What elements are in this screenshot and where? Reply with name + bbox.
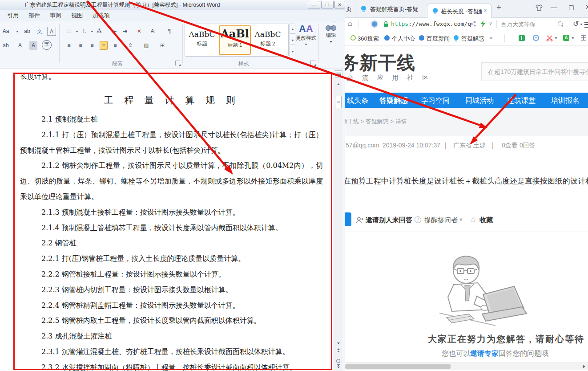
- word-tab-mailings[interactable]: 邮件: [28, 12, 40, 20]
- invite-expert-link[interactable]: 邀请专家: [470, 350, 499, 357]
- enclosed-char-icon[interactable]: 字: [42, 40, 52, 50]
- site-status-icon[interactable]: [372, 21, 377, 27]
- word-tab-references[interactable]: 引用: [7, 12, 19, 20]
- nav-city-events[interactable]: 同城活动: [465, 96, 494, 106]
- word-document-canvas[interactable]: 长度计算。 工 程 量 计 算 规 则 2.1 预制混凝土桩 2.1.1 打（压…: [0, 69, 334, 371]
- screenshot-scissors-icon[interactable]: [546, 35, 553, 41]
- word-tab-view[interactable]: 视图: [71, 12, 83, 20]
- highlight-icon[interactable]: ab: [2, 41, 10, 50]
- region-tag[interactable]: 广东省: [453, 142, 472, 150]
- category-tag[interactable]: 土建: [473, 142, 486, 150]
- asian-layout-icon[interactable]: ✕: [135, 27, 143, 36]
- search-promo-text[interactable]: 百万大奖等你: [501, 20, 536, 29]
- horizontal-scrollbar[interactable]: [345, 363, 588, 370]
- shading-icon[interactable]: ▨: [142, 41, 150, 50]
- style-heading1-selected[interactable]: AaBl 标题 1: [219, 25, 251, 55]
- undo-icon[interactable]: ↺: [573, 20, 579, 28]
- change-case-dropdown-icon[interactable]: [13, 27, 21, 36]
- numbering-icon[interactable]: ⒈: [80, 27, 88, 36]
- url-text[interactable]: https://www.fwxgx.com/q: [391, 20, 471, 27]
- fav-item-360search[interactable]: 360搜索: [358, 35, 379, 43]
- char-shading-icon[interactable]: A: [29, 41, 37, 50]
- distribute-icon[interactable]: ≡: [111, 41, 119, 50]
- favorite-button[interactable]: 收藏: [479, 216, 493, 224]
- tab-close-icon[interactable]: ×: [483, 7, 487, 14]
- site-search-input[interactable]: 在超170万建筑日常工作问答中搜寻你的答案: [481, 62, 588, 81]
- reading-mode-icon[interactable]: [519, 35, 525, 41]
- fav-more-icon[interactable]: »: [489, 34, 492, 41]
- select-browse-object-icon[interactable]: [335, 357, 342, 363]
- url-chevron-icon[interactable]: ∨: [489, 20, 492, 26]
- fav-item-qa[interactable]: 答疑解惑: [461, 35, 484, 43]
- font-size-icon[interactable]: Aa: [2, 27, 10, 36]
- change-styles-button[interactable]: AA 更改样式: [294, 23, 318, 61]
- fav-item-baidu-news[interactable]: 百度新闻: [427, 35, 450, 43]
- scroll-down-icon[interactable]: [335, 339, 342, 346]
- nav-courses[interactable]: 建筑课堂: [507, 96, 536, 106]
- word-restore-button[interactable]: ❐: [321, 1, 334, 8]
- styles-dialog-launcher-icon[interactable]: [310, 61, 315, 65]
- adblock-icon[interactable]: [533, 35, 539, 41]
- font-color-icon[interactable]: A: [16, 41, 24, 50]
- sort-icon[interactable]: A↓: [149, 27, 157, 36]
- menu-icon[interactable]: [584, 22, 588, 28]
- remind-chevron-icon[interactable]: ∨: [459, 216, 463, 222]
- favorite-star-icon[interactable]: ☆: [470, 215, 476, 224]
- skin-shirt-icon[interactable]: [536, 4, 543, 11]
- line-spacing-icon[interactable]: ⇕: [126, 41, 134, 50]
- align-center-icon[interactable]: ≡: [77, 41, 85, 50]
- nav-training[interactable]: 培训报名: [551, 96, 580, 106]
- nav-learning[interactable]: 学习空间: [421, 96, 450, 106]
- multilevel-list-icon[interactable]: ⁂: [95, 27, 103, 36]
- word-tab-addins[interactable]: 加载项: [93, 12, 110, 20]
- nav-headlines[interactable]: 线头条: [347, 96, 368, 106]
- remind-asker-button[interactable]: 提醒提问者: [424, 216, 458, 224]
- asian-char-icon[interactable]: 文: [36, 27, 44, 36]
- hscroll-thumb[interactable]: [345, 364, 451, 369]
- decrease-indent-icon[interactable]: ⇤: [110, 27, 118, 36]
- increase-indent-icon[interactable]: ⇥: [121, 27, 129, 36]
- style-heading2[interactable]: AaBbC 标题 2: [252, 25, 284, 55]
- phonetic-guide-icon[interactable]: ab: [23, 27, 31, 36]
- flash-lightning-icon[interactable]: [481, 20, 485, 27]
- tab-active-pile-length[interactable]: 桩长长度 -答疑解 ×: [427, 4, 491, 18]
- tab-qa-home[interactable]: 答疑解惑首页-答疑: [370, 5, 423, 13]
- justify-icon[interactable]: ≡: [100, 41, 108, 50]
- align-right-icon[interactable]: ≡: [88, 41, 96, 50]
- clipped-tab-label[interactable]: 页: [346, 5, 352, 13]
- view-ruler-icon[interactable]: [335, 70, 342, 78]
- browser-minimize-icon[interactable]: —: [551, 4, 557, 11]
- site-logo[interactable]: 务新干线: [345, 51, 415, 75]
- search-magnifier-icon[interactable]: [558, 21, 563, 26]
- previous-page-icon[interactable]: [335, 348, 342, 355]
- hscroll-right-icon[interactable]: [583, 365, 585, 368]
- breadcrumb[interactable]: 新干线 > 答疑解惑 > 详情: [345, 118, 407, 126]
- browser-maximize-icon[interactable]: ▢: [568, 4, 574, 11]
- show-marks-icon[interactable]: ¶: [165, 27, 173, 36]
- align-left-icon[interactable]: ≡: [65, 41, 73, 50]
- word-minimize-button[interactable]: —: [308, 1, 320, 8]
- home-icon[interactable]: ⌂: [348, 19, 352, 28]
- editing-button[interactable]: 编辑: [321, 23, 341, 61]
- new-tab-icon[interactable]: +: [496, 3, 501, 12]
- next-page-icon[interactable]: [335, 364, 342, 371]
- browser-close-icon[interactable]: ✕: [585, 4, 588, 11]
- nav-qa-active[interactable]: 答疑解惑: [379, 96, 408, 106]
- word-tab-review[interactable]: 审阅: [50, 12, 61, 20]
- scrollbar-thumb[interactable]: [335, 96, 342, 108]
- scroll-up-icon[interactable]: [335, 80, 342, 86]
- fav-item-personal[interactable]: 个人中心: [392, 35, 415, 43]
- apps-grid-icon[interactable]: [581, 35, 586, 41]
- translate-icon[interactable]: A: [563, 35, 569, 41]
- style-heading[interactable]: AaBbC 标题: [186, 25, 218, 55]
- bullets-icon[interactable]: ∷: [65, 27, 73, 36]
- share-icon[interactable]: [470, 21, 476, 27]
- word-close-button[interactable]: ✕: [334, 1, 345, 8]
- borders-icon[interactable]: ⊞: [158, 41, 166, 50]
- word-title-bar[interactable]: 广东省建筑工程定额说明及工程量计算规则（学习）[兼容模式] - Microsof…: [0, 0, 345, 10]
- answer-button-clipped[interactable]: [345, 212, 351, 226]
- word-vertical-scrollbar[interactable]: [334, 69, 342, 371]
- invite-answer-button[interactable]: 邀请别人来回答: [366, 216, 412, 224]
- paragraph-dialog-launcher-icon[interactable]: [175, 61, 180, 65]
- enclose-char-icon[interactable]: A: [47, 27, 56, 36]
